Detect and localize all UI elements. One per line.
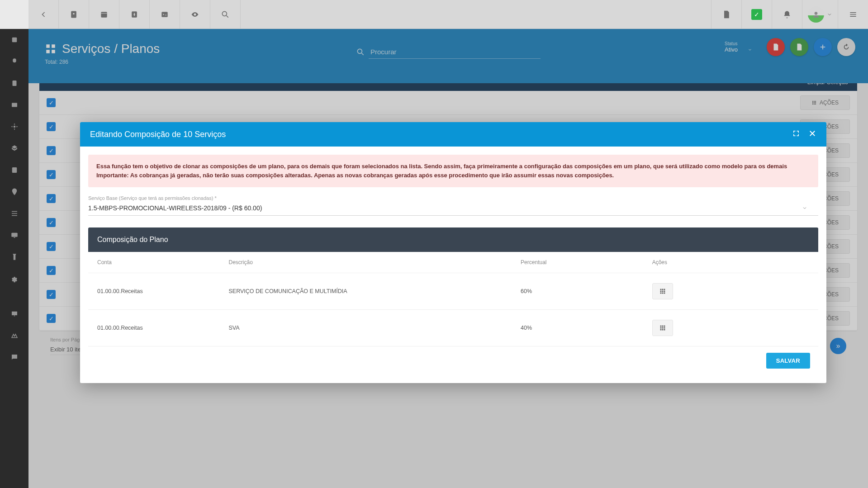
composition-section-title: Composição do Plano: [88, 227, 818, 252]
svg-rect-121: [662, 326, 663, 327]
sidebar-item-12[interactable]: [0, 268, 28, 289]
svg-point-10: [73, 13, 74, 14]
base-service-select[interactable]: 1.5-MBPS-PROMOCIONAL-WIRELESS-2018/09 - …: [88, 201, 818, 216]
composition-row: 01.00.00.Receitas SERVIÇO DE COMUNICAÇÃO…: [88, 273, 818, 310]
edit-composition-modal: Editando Composição de 10 Serviços Essa …: [80, 122, 826, 383]
money-icon[interactable]: [119, 0, 150, 29]
cell-conta: 01.00.00.Receitas: [88, 273, 220, 310]
pdf-icon[interactable]: [711, 0, 741, 29]
back-button[interactable]: [28, 0, 59, 29]
modal-overlay: Editando Composição de 10 Serviços Essa …: [28, 29, 868, 488]
sidebar-item-11[interactable]: [0, 246, 28, 268]
svg-point-14: [222, 11, 227, 16]
modal-title: Editando Composição de 10 Serviços: [90, 130, 226, 139]
chevron-down-icon: [827, 12, 832, 17]
sidebar-item-2[interactable]: [0, 51, 28, 72]
sidebar-item-7[interactable]: [0, 159, 28, 181]
col-descricao: Descrição: [220, 252, 512, 273]
sidebar-item-15[interactable]: [0, 346, 28, 368]
base-service-label: Serviço Base (Serviço que terá as permis…: [88, 195, 818, 201]
eye-icon[interactable]: [180, 0, 210, 29]
sidebar-item-6[interactable]: [0, 137, 28, 159]
user-menu[interactable]: [802, 0, 838, 29]
col-conta: Conta: [88, 252, 220, 273]
save-button[interactable]: SALVAR: [766, 353, 810, 369]
modal-header: Editando Composição de 10 Serviços: [80, 122, 826, 147]
svg-point-15: [815, 12, 818, 15]
col-acoes: Ações: [643, 252, 818, 273]
svg-rect-111: [660, 289, 661, 290]
svg-rect-0: [12, 38, 17, 43]
svg-rect-5: [11, 233, 18, 237]
svg-rect-123: [660, 327, 661, 329]
topbar: ✓: [0, 0, 868, 29]
svg-rect-115: [662, 291, 663, 292]
bell-icon[interactable]: [772, 0, 802, 29]
sidebar-item-4[interactable]: [0, 94, 28, 116]
composition-row: 01.00.00.Receitas SVA 40%: [88, 310, 818, 346]
left-sidebar: [0, 0, 28, 488]
sidebar-item-8[interactable]: [0, 181, 28, 203]
cell-descricao: SERVIÇO DE COMUNICAÇÃO E MULTIMÍDIA: [220, 273, 512, 310]
svg-rect-118: [662, 293, 663, 294]
menu-grid-icon: [659, 288, 666, 295]
contacts-icon[interactable]: [59, 0, 89, 29]
sidebar-item-13[interactable]: [0, 303, 28, 325]
calendar-icon[interactable]: [89, 0, 119, 29]
notifications-check-icon[interactable]: ✓: [741, 0, 772, 29]
svg-rect-126: [660, 329, 661, 331]
close-button[interactable]: [808, 129, 816, 139]
sidebar-item-9[interactable]: [0, 203, 28, 224]
cell-descricao: SVA: [220, 310, 512, 346]
chevron-down-icon: [802, 205, 807, 211]
base-service-value: 1.5-MBPS-PROMOCIONAL-WIRELESS-2018/09 - …: [88, 204, 262, 212]
row-actions-button[interactable]: [652, 283, 673, 299]
svg-rect-8: [12, 312, 17, 315]
composition-table: Conta Descrição Percentual Ações 01.00.0…: [88, 252, 818, 346]
main-content: Serviços / Planos Total: 286 Status Ativ…: [28, 29, 868, 488]
svg-rect-114: [660, 291, 661, 292]
svg-rect-128: [664, 329, 665, 331]
alert-line-2: Importante: As cobranças já geradas, não…: [96, 172, 614, 179]
svg-rect-11: [101, 12, 107, 17]
svg-point-3: [13, 126, 15, 128]
menu-icon[interactable]: [838, 0, 868, 29]
svg-rect-1: [12, 81, 16, 86]
svg-rect-120: [660, 326, 661, 327]
alert-line-1: Essa função tem o objetivo de clonar as …: [96, 163, 787, 170]
cell-conta: 01.00.00.Receitas: [88, 310, 220, 346]
svg-rect-122: [664, 326, 665, 327]
sidebar-item-5[interactable]: [0, 116, 28, 137]
svg-rect-112: [662, 289, 663, 290]
sidebar-item-10[interactable]: [0, 224, 28, 246]
warning-alert: Essa função tem o objetivo de clonar as …: [88, 155, 818, 187]
sidebar-item-1[interactable]: [0, 29, 28, 51]
sidebar-item-3[interactable]: [0, 72, 28, 94]
svg-rect-124: [662, 327, 663, 329]
svg-rect-125: [664, 327, 665, 329]
sidebar-item-14[interactable]: [0, 325, 28, 346]
avatar-icon: [808, 6, 824, 23]
fullscreen-button[interactable]: [792, 129, 800, 139]
menu-grid-icon: [659, 324, 666, 332]
cell-percentual: 60%: [512, 273, 643, 310]
svg-rect-127: [662, 329, 663, 331]
svg-rect-113: [664, 289, 665, 290]
col-percentual: Percentual: [512, 252, 643, 273]
terminal-icon[interactable]: [150, 0, 180, 29]
svg-rect-6: [14, 237, 15, 238]
svg-rect-13: [161, 12, 167, 17]
svg-rect-117: [660, 293, 661, 294]
svg-rect-116: [664, 291, 665, 292]
svg-rect-4: [12, 167, 17, 173]
search-icon[interactable]: [210, 0, 241, 29]
svg-rect-119: [664, 293, 665, 294]
cell-percentual: 40%: [512, 310, 643, 346]
row-actions-button[interactable]: [652, 320, 673, 336]
svg-rect-2: [12, 103, 17, 107]
